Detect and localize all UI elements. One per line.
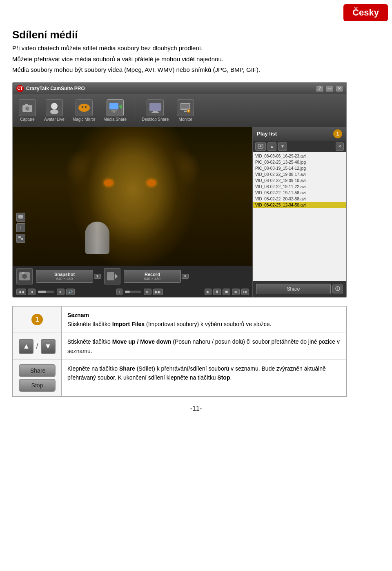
intro-line3: Média soubory mohou být soubory videa (M… xyxy=(12,65,380,75)
record-button[interactable]: Record 640 × 480 xyxy=(124,270,181,283)
capture-icon xyxy=(19,99,36,116)
app-logo: CT xyxy=(16,85,24,92)
vol-up-button[interactable]: ► xyxy=(57,289,65,295)
media-share-label: Media Share xyxy=(103,117,127,122)
note-icon[interactable]: ♪ xyxy=(116,289,122,295)
instruction-title-1: Seznam xyxy=(67,312,89,318)
svg-rect-24 xyxy=(21,238,23,240)
share-icon-button[interactable]: Share xyxy=(19,364,56,377)
svg-rect-17 xyxy=(184,111,187,112)
pl-item-7[interactable]: VID_08-02-22_20-02-58.avi xyxy=(253,196,346,202)
vol-down-button[interactable]: ◄ xyxy=(28,289,36,295)
move-down-pl-button[interactable]: ▼ xyxy=(278,142,287,151)
svg-point-5 xyxy=(78,104,90,112)
prev-button[interactable]: ◀◀ xyxy=(16,289,26,295)
language-badge: Česky xyxy=(343,4,388,21)
toolbar-desktop-share[interactable]: Desktop Share xyxy=(139,98,171,123)
pl-item-3[interactable]: VID_08-02-22_19-08-17.avi xyxy=(253,171,346,178)
video-panel: T xyxy=(13,127,252,297)
microphone-prop xyxy=(85,222,109,254)
remove-button[interactable]: ✕ xyxy=(336,142,344,151)
next-track[interactable]: ⏭ xyxy=(241,289,249,295)
avatar-label: Avatar Live xyxy=(44,117,65,122)
share-bold: Share xyxy=(119,365,135,372)
magic-mirror-label: Magic Mirror xyxy=(73,117,96,122)
desktop-share-label: Desktop Share xyxy=(142,117,169,122)
pl-item-0[interactable]: VID_08-03-06_16-29-23.avi xyxy=(253,153,346,159)
record-arrow[interactable]: ▼ xyxy=(182,274,189,279)
toolbar-avatar-live[interactable]: Avatar Live xyxy=(42,98,67,123)
stop-ctrl-button[interactable]: ⏹ xyxy=(223,289,230,295)
capture-label: Capture xyxy=(20,117,35,122)
avatar-icon xyxy=(46,99,63,116)
toolbar-sep1 xyxy=(134,98,134,123)
svg-rect-16 xyxy=(181,104,189,109)
minimize-button[interactable]: — xyxy=(326,85,333,92)
volume-slider[interactable] xyxy=(38,291,54,293)
side-controls: T xyxy=(16,213,25,243)
instruction-icon-2: ▲ / ▼ xyxy=(13,333,62,360)
speaker-button[interactable]: 🔊 xyxy=(66,289,75,295)
pl-item-1[interactable]: PIC_08-02-25_13-25-40.jpg xyxy=(253,159,346,165)
prev-track[interactable]: ⏮ xyxy=(232,289,240,295)
svg-text:1: 1 xyxy=(188,110,189,113)
pl-item-5[interactable]: VID_08-02-22_19-11-22.avi xyxy=(253,184,346,190)
snapshot-arrow[interactable]: ▼ xyxy=(94,274,101,279)
record-button-group: Record 640 × 480 ▼ xyxy=(124,270,189,283)
move-up-pl-button[interactable]: ▲ xyxy=(267,142,276,151)
monitor-label: Monitor xyxy=(179,117,192,122)
svg-text:T: T xyxy=(20,225,22,230)
snapshot-thumb xyxy=(16,268,33,284)
svg-rect-12 xyxy=(149,103,161,111)
side-btn-2[interactable]: T xyxy=(16,223,25,232)
playlist-extra-button[interactable]: i xyxy=(332,284,343,293)
titlebar-controls[interactable]: ? — ✕ xyxy=(316,85,343,92)
snapshot-button[interactable]: Snapshot 640 × 480 xyxy=(36,270,93,283)
svg-point-26 xyxy=(22,274,27,279)
snapshot-button-group: Snapshot 640 × 480 ▼ xyxy=(36,270,101,283)
import-files-button[interactable] xyxy=(255,142,266,151)
move-up-bold: Move up / Move down xyxy=(112,338,172,345)
music-end[interactable]: ▶▶ xyxy=(153,289,163,295)
help-button[interactable]: ? xyxy=(316,85,323,92)
dog-eye-right xyxy=(147,180,156,186)
video-content xyxy=(13,127,252,266)
instruction-icon-3: Share Stop xyxy=(13,360,62,397)
playlist-items: VID_08-03-06_16-29-23.avi PIC_08-02-25_1… xyxy=(253,152,346,281)
pl-spacer xyxy=(289,142,334,151)
pl-item-4[interactable]: VID_08-02-22_19-09-10.avi xyxy=(253,178,346,184)
playlist-share-button[interactable]: Share xyxy=(256,284,331,294)
move-up-icon-btn[interactable]: ▲ xyxy=(19,339,33,354)
playlist-bottom: Share i xyxy=(253,281,346,297)
move-down-icon-btn[interactable]: ▼ xyxy=(41,339,56,354)
svg-rect-2 xyxy=(25,104,28,106)
svg-rect-14 xyxy=(151,112,159,113)
dog-eye-left xyxy=(104,180,113,186)
side-btn-1[interactable] xyxy=(16,213,25,222)
toolbar-magic-mirror[interactable]: Magic Mirror xyxy=(70,98,98,123)
toolbar-capture[interactable]: Capture xyxy=(16,98,38,123)
snapshot-record-row: Snapshot 640 × 480 ▼ xyxy=(13,266,252,287)
side-btn-3[interactable] xyxy=(16,234,25,243)
svg-point-1 xyxy=(25,107,29,111)
svg-point-6 xyxy=(82,106,83,108)
pl-item-2[interactable]: PIC_08-03-19_15-14-12.jpg xyxy=(253,165,346,171)
music-slider[interactable] xyxy=(125,291,141,293)
play-button[interactable]: ▶ xyxy=(205,289,212,295)
svg-rect-23 xyxy=(18,236,21,238)
app-main-area: T xyxy=(13,127,346,297)
pl-item-8[interactable]: VID_08-02-25_12-34-50.avi xyxy=(253,202,346,208)
pause-button[interactable]: ⏸ xyxy=(213,289,221,295)
page-number: -11- xyxy=(12,397,380,416)
monitor-icon: 1 xyxy=(177,99,194,116)
toolbar-media-share[interactable]: Media Share xyxy=(101,98,129,123)
instruction-text-1: Seznam Stiskněte tlačítko Import Files (… xyxy=(62,306,347,333)
svg-point-4 xyxy=(50,109,58,114)
svg-point-3 xyxy=(51,103,58,109)
music-vol[interactable]: ► xyxy=(144,289,151,295)
close-button[interactable]: ✕ xyxy=(336,85,343,92)
pl-item-6[interactable]: VID_08-02-22_19-11-58.avi xyxy=(253,190,346,196)
stop-icon-button[interactable]: Stop xyxy=(19,379,56,392)
share-stop-group: Share Stop xyxy=(19,364,56,392)
toolbar-monitor[interactable]: 1 Monitor xyxy=(174,98,196,123)
